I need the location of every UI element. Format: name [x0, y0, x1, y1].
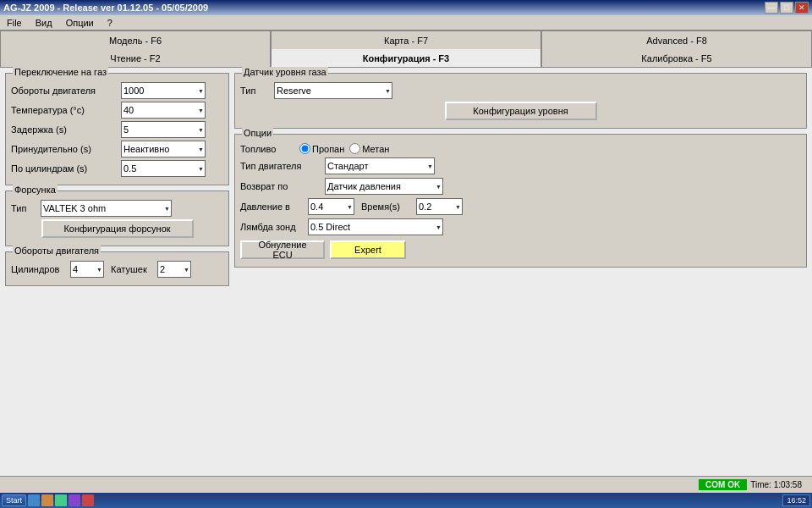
pressure-select[interactable]: 0.40.50.6	[308, 198, 354, 215]
lambda-select-wrapper: 0.5 Direct0.5 Narrow1.0 Wide	[308, 218, 443, 235]
rpm-row: Обороты двигателя 1000120015002000	[11, 82, 223, 99]
window-controls[interactable]: — □ ✕	[765, 2, 809, 14]
forced-label: Принудительно (s)	[11, 144, 121, 154]
sensor-config-button[interactable]: Конфигурация уровня	[445, 102, 597, 120]
action-buttons-row: Обнуление ECU Expert	[240, 240, 801, 259]
left-panel: Переключение на газ Обороты двигателя 10…	[5, 73, 229, 471]
return-row: Возврат по Датчик давленияЛямбда	[240, 178, 801, 195]
rpm-select[interactable]: 1000120015002000	[121, 82, 206, 99]
return-select[interactable]: Датчик давленияЛямбда	[325, 178, 443, 195]
temp-select[interactable]: 40506070	[121, 102, 206, 119]
taskbar-clock: 16:52	[782, 494, 810, 506]
return-label: Возврат по	[240, 181, 325, 191]
rpm-label: Обороты двигателя	[11, 86, 121, 96]
injector-group: Форсунка Тип VALTEK 3 ohmVALTEK 2 ohmOth…	[5, 190, 229, 246]
delay-row: Задержка (s) 5101520	[11, 121, 223, 138]
status-time: Time: 1:03:58	[750, 480, 802, 489]
tab-advanced[interactable]: Advanced - F8	[541, 30, 812, 49]
temp-select-wrapper: 40506070	[121, 102, 206, 119]
engine-type-select-wrapper: СтандартТурбо	[325, 157, 435, 174]
coils-select-wrapper: 24	[157, 261, 191, 278]
engine-rpm-title: Обороты двигателя	[13, 246, 101, 256]
taskbar-icon-2[interactable]	[41, 494, 53, 506]
injector-type-select[interactable]: VALTEK 3 ohmVALTEK 2 ohmOther	[41, 200, 172, 217]
fuel-propane-radio[interactable]	[299, 143, 310, 154]
cylinders-select-wrapper: 468	[70, 261, 104, 278]
bottom-tab-bar: Чтение - F2 Конфигурация - F3 Калибровка…	[0, 49, 812, 68]
taskbar-icon-4[interactable]	[69, 494, 80, 506]
cylinders-select[interactable]: 468	[70, 261, 104, 278]
menu-options[interactable]: Опции	[63, 17, 97, 29]
options-group: Опции Топливо Пропан Метан Тип двиг	[234, 134, 807, 268]
lambda-select[interactable]: 0.5 Direct0.5 Narrow1.0 Wide	[308, 218, 443, 235]
pressure-time-row: Давление в 0.40.50.6 Время(s) 0.20.51.0	[240, 198, 801, 215]
fuel-propane-option[interactable]: Пропан	[299, 143, 344, 154]
time-label: Время(s)	[361, 202, 416, 212]
fuel-radio-group: Пропан Метан	[299, 143, 389, 154]
gas-sensor-title: Датчик уровня газа	[242, 67, 328, 77]
cylinder-delay-label: По цилиндрам (s)	[11, 163, 121, 174]
sensor-type-select-wrapper: ReserveFullHalf	[274, 82, 392, 99]
reset-ecu-button[interactable]: Обнуление ECU	[240, 240, 325, 259]
sensor-type-select[interactable]: ReserveFullHalf	[274, 82, 392, 99]
lambda-row: Лямбда зонд 0.5 Direct0.5 Narrow1.0 Wide	[240, 218, 801, 235]
minimize-button[interactable]: —	[765, 2, 778, 14]
gas-switch-group: Переключение на газ Обороты двигателя 10…	[5, 73, 229, 185]
menu-file[interactable]: File	[3, 17, 25, 29]
tab-read[interactable]: Чтение - F2	[0, 49, 271, 68]
cylinders-coils-row: Цилиндров 468 Катушек 24	[11, 261, 223, 278]
delay-select-wrapper: 5101520	[121, 121, 206, 138]
menu-view[interactable]: Вид	[32, 17, 56, 29]
expert-button[interactable]: Expert	[330, 240, 406, 259]
cylinder-delay-row: По цилиндрам (s) 0.51.01.52.0	[11, 160, 223, 177]
coils-select[interactable]: 24	[157, 261, 191, 278]
main-content: Переключение на газ Обороты двигателя 10…	[0, 68, 812, 476]
maximize-button[interactable]: □	[780, 2, 793, 14]
gas-switch-title: Переключение на газ	[13, 67, 108, 77]
injector-config-button[interactable]: Конфигурация форсунок	[41, 219, 194, 238]
time-select-wrapper: 0.20.51.0	[416, 198, 463, 215]
taskbar-icon-5[interactable]	[82, 494, 94, 506]
return-select-wrapper: Датчик давленияЛямбда	[325, 178, 443, 195]
temp-label: Температура (°с)	[11, 105, 121, 115]
close-button[interactable]: ✕	[795, 2, 809, 14]
delay-label: Задержка (s)	[11, 124, 121, 135]
status-bar: COM OK Time: 1:03:58	[0, 476, 812, 493]
tab-config[interactable]: Конфигурация - F3	[271, 49, 541, 68]
tab-calibrate[interactable]: Калибровка - F5	[541, 49, 812, 68]
fuel-row: Топливо Пропан Метан	[240, 143, 801, 154]
lambda-label: Лямбда зонд	[240, 222, 308, 232]
delay-select[interactable]: 5101520	[121, 121, 206, 138]
engine-type-select[interactable]: СтандартТурбо	[325, 157, 435, 174]
window-title: AG-JZ 2009 - Release ver 01.12.05 - 05/0…	[3, 3, 208, 13]
coils-label: Катушек	[111, 264, 157, 274]
forced-select[interactable]: НеактивноАктивно	[121, 141, 206, 157]
fuel-label: Топливо	[240, 144, 299, 154]
fuel-methane-radio[interactable]	[349, 143, 360, 154]
tab-map[interactable]: Карта - F7	[271, 30, 541, 49]
start-button[interactable]: Start	[2, 494, 26, 506]
menu-help[interactable]: ?	[104, 17, 116, 29]
injector-title: Форсунка	[13, 185, 58, 195]
com-status: COM OK	[699, 479, 747, 490]
time-select[interactable]: 0.20.51.0	[416, 198, 463, 215]
tab-model[interactable]: Модель - F6	[0, 30, 271, 49]
cylinder-delay-select-wrapper: 0.51.01.52.0	[121, 160, 206, 177]
pressure-label: Давление в	[240, 202, 308, 212]
injector-type-select-wrapper: VALTEK 3 ohmVALTEK 2 ohmOther	[41, 200, 172, 217]
taskbar-icon-3[interactable]	[55, 494, 67, 506]
injector-type-label: Тип	[11, 203, 41, 213]
right-panel: Датчик уровня газа Тип ReserveFullHalf К…	[234, 73, 807, 471]
engine-type-row: Тип двигателя СтандартТурбо	[240, 157, 801, 174]
cylinders-label: Цилиндров	[11, 264, 70, 274]
menu-bar: File Вид Опции ?	[0, 15, 812, 30]
taskbar-right: 16:52	[782, 494, 810, 506]
taskbar-icon-1[interactable]	[28, 494, 40, 506]
temp-row: Температура (°с) 40506070	[11, 102, 223, 119]
taskbar: Start 16:52	[0, 493, 812, 508]
rpm-select-wrapper: 1000120015002000	[121, 82, 206, 99]
cylinder-delay-select[interactable]: 0.51.01.52.0	[121, 160, 206, 177]
fuel-methane-label: Метан	[362, 144, 389, 154]
gas-sensor-group: Датчик уровня газа Тип ReserveFullHalf К…	[234, 73, 807, 129]
fuel-methane-option[interactable]: Метан	[349, 143, 389, 154]
